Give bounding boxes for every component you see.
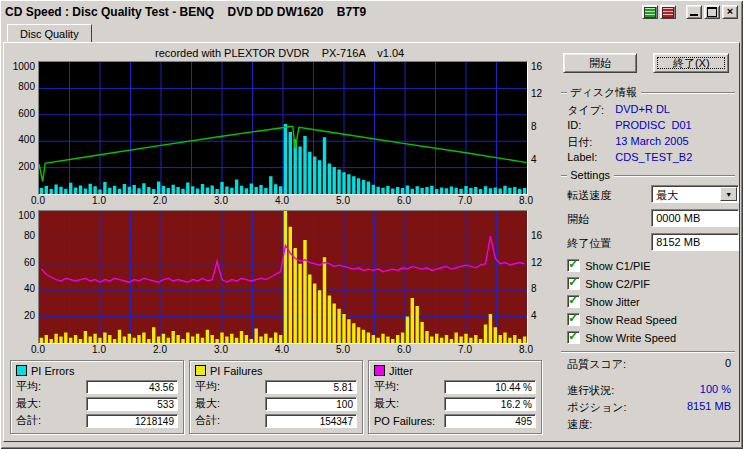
quality-score-value: 0 [725,357,731,369]
side-panel: 開始 終了(X) ディスク情報 タイプ:DVD+R DL ID:PRODISC … [559,47,737,439]
pi-failures-statbox: PI Failures 平均:5.81 最大:100 合計:154347 [189,360,363,434]
x-tick-label: 3.0 [214,344,228,355]
x-tick-label: 4.0 [275,195,289,206]
axis-tick-label: 8 [531,121,537,132]
checkbox-icon[interactable] [567,295,580,308]
close-button[interactable]: × [722,5,738,19]
max-label: 最大: [16,396,41,411]
focus-ring [657,57,725,69]
pi-errors-swatch [16,365,27,376]
jitter-title: Jitter [389,365,413,377]
x-tick-label: 8.0 [519,195,533,206]
pif-x-axis: 0.01.02.03.04.05.06.07.08.0 [8,344,551,357]
axis-tick-label: 80 [24,230,35,241]
minimize-button[interactable] [686,5,702,19]
checkbox-show-c2pif[interactable]: Show C2/PIF [567,277,650,290]
exit-button[interactable]: 終了(X) [653,53,729,73]
settings-header: Settings [561,169,735,181]
checkbox-icon[interactable] [567,313,580,326]
axis-tick-label: 100 [18,210,35,221]
checkbox-icon[interactable] [567,259,580,272]
transfer-speed-select[interactable]: 最大 ▼ [651,185,739,203]
pi-errors-average: 43.56 [86,380,178,394]
x-tick-label: 5.0 [336,195,350,206]
checkbox-icon[interactable] [567,331,580,344]
pie-chart-plot [38,61,528,195]
end-position-row: 終了位置 8152 MB [567,233,733,251]
checkbox-icon[interactable] [567,277,580,290]
disc-type-row: タイプ:DVD+R DL [567,103,733,117]
chevron-down-icon[interactable]: ▼ [720,187,737,201]
maximize-button[interactable] [704,5,720,19]
x-tick-label: 1.0 [92,344,106,355]
recorded-with-label: recorded with PLEXTOR DVDR PX-716A v1.04 [8,47,551,61]
x-tick-label: 7.0 [458,344,472,355]
chart-column: recorded with PLEXTOR DVDR PX-716A v1.04… [8,47,551,439]
x-tick-label: 0.0 [31,195,45,206]
x-tick-label: 5.0 [336,344,350,355]
x-tick-label: 2.0 [153,344,167,355]
titlebar-green-tool-button[interactable] [642,5,658,19]
tab-disc-quality[interactable]: Disc Quality [7,24,92,42]
avg-label: 平均: [374,379,399,394]
avg-label: 平均: [16,379,41,394]
start-button[interactable]: 開始 [563,53,637,73]
po-failures-value: 495 [444,414,536,428]
total-label: 合計: [195,413,220,428]
progress-row: 進行状況:100 % [567,383,731,397]
axis-tick-label: 600 [18,108,35,119]
checkbox-show-c1pie[interactable]: Show C1/PIE [567,259,650,272]
pif-chart-plot [38,210,528,344]
close-icon: × [727,6,733,17]
titlebar-buttons: × [642,5,738,19]
axis-tick-label: 4 [531,154,537,165]
jitter-average: 10.44 % [444,380,536,394]
titlebar: CD Speed : Disc Quality Test - BENQ DVD … [3,3,740,21]
checkbox-show-write-speed[interactable]: Show Write Speed [567,331,676,344]
maximize-icon [707,7,717,17]
axis-tick-label: 16 [531,61,542,72]
pi-failures-total: 154347 [265,414,357,428]
pi-failures-title: PI Failures [210,365,263,377]
progress-value: 100 % [700,383,731,395]
quality-score-row: 品質スコア:0 [567,357,731,371]
checkbox-show-jitter[interactable]: Show Jitter [567,295,639,308]
pi-errors-total: 1218149 [86,414,178,428]
stats-row: PI Errors 平均:43.56 最大:533 合計:1218149 PI … [8,360,551,434]
avg-label: 平均: [195,379,220,394]
speed-row: 速度: [567,417,731,431]
disc-label-value: CDS_TEST_B2 [615,151,692,163]
axis-tick-label: 4 [531,310,537,321]
checkbox-show-read-speed[interactable]: Show Read Speed [567,313,677,326]
pi-errors-chart: 1000800600400200 161284 [8,61,551,195]
tabstrip: Disc Quality [3,23,740,42]
disc-info-header: ディスク情報 [561,85,735,100]
start-position-field[interactable]: 0000 MB [651,209,739,227]
pi-failures-chart: 10080604020 161284 [8,210,551,344]
axis-tick-label: 12 [531,88,542,99]
pi-failures-average: 5.81 [265,380,357,394]
x-tick-label: 4.0 [275,344,289,355]
disc-label-row: Label:CDS_TEST_B2 [567,151,733,165]
max-label: 最大: [195,396,220,411]
disc-id-value: PRODISC D01 [615,119,691,131]
axis-tick-label: 800 [18,81,35,92]
start-position-row: 開始 0000 MB [567,209,733,227]
pi-errors-statbox: PI Errors 平均:43.56 最大:533 合計:1218149 [10,360,184,434]
pie-y-axis-left: 1000800600400200 [8,61,38,195]
axis-tick-label: 60 [24,257,35,268]
divider [561,351,735,352]
end-position-field[interactable]: 8152 MB [651,233,739,251]
x-tick-label: 1.0 [92,195,106,206]
total-label: 合計: [16,413,41,428]
disc-date-row: 日付:13 March 2005 [567,135,733,149]
pif-chart-svg [39,211,527,343]
titlebar-red-tool-button[interactable] [660,5,676,19]
green-grid-icon [644,7,656,18]
transfer-speed-row: 転送速度 最大 ▼ [567,185,733,203]
disc-date-value: 13 March 2005 [615,135,688,147]
axis-tick-label: 8 [531,283,537,294]
pi-errors-title: PI Errors [31,365,74,377]
jitter-swatch [374,365,385,376]
x-tick-label: 7.0 [458,195,472,206]
